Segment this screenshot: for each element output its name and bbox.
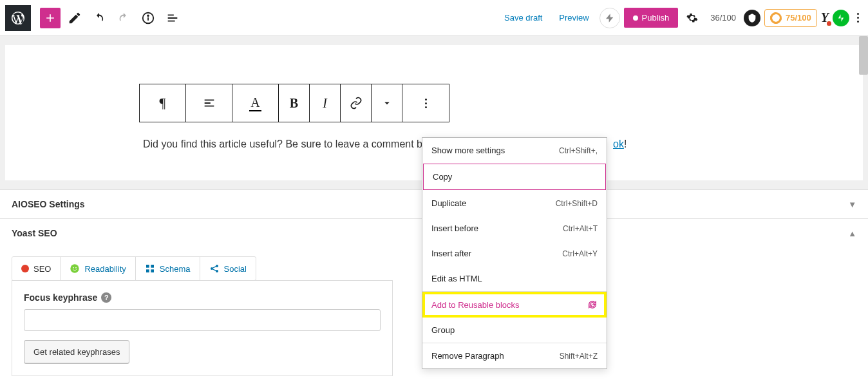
- wordpress-icon: [10, 10, 26, 26]
- related-keyphrases-button[interactable]: Get related keyphrases: [24, 340, 129, 364]
- align-button[interactable]: [186, 84, 232, 122]
- edit-mode-button[interactable]: [64, 8, 85, 28]
- menu-edit-html[interactable]: Edit as HTML: [422, 266, 607, 291]
- svg-rect-8: [146, 269, 149, 272]
- redo-button: [113, 8, 134, 28]
- text-color-button[interactable]: A: [232, 84, 279, 122]
- gear-icon: [685, 11, 699, 25]
- share-icon: [209, 263, 220, 274]
- tab-readability[interactable]: Readability: [61, 257, 135, 280]
- block-more-options-button[interactable]: [402, 84, 449, 122]
- svg-point-2: [147, 15, 149, 16]
- undo-button[interactable]: [89, 8, 109, 28]
- reusable-icon: [587, 299, 598, 310]
- more-rich-text-button[interactable]: [372, 84, 402, 122]
- grid-icon: [145, 263, 155, 274]
- focus-keyphrase-input[interactable]: [24, 309, 381, 331]
- link-icon: [350, 97, 363, 109]
- bold-button[interactable]: B: [279, 84, 310, 122]
- chevron-down-icon: [381, 97, 393, 109]
- chevron-down-icon: ▼: [848, 200, 856, 209]
- editor-top-bar: Save draft Preview Publish 36/100 75/100…: [0, 0, 868, 36]
- menu-add-reusable[interactable]: Add to Reusable blocks: [422, 292, 607, 318]
- paragraph-content[interactable]: Did you find this article useful? Be sur…: [143, 138, 449, 150]
- yoast-logo[interactable]: Y: [821, 10, 829, 25]
- chevron-up-icon: ▲: [848, 229, 856, 238]
- menu-group[interactable]: Group: [422, 318, 607, 343]
- redo-icon: [117, 11, 131, 25]
- seo-tab-content: Focus keyphrase ? Get related keyphrases: [12, 280, 393, 376]
- jetpack-icon: [836, 14, 845, 23]
- block-toolbar: ¶ A B I: [139, 84, 449, 122]
- info-icon: [141, 11, 155, 25]
- jetpack-logo[interactable]: [833, 10, 849, 26]
- settings-button[interactable]: [682, 8, 703, 28]
- pencil-icon: [68, 11, 82, 25]
- svg-point-3: [71, 264, 79, 272]
- yoast-score-badge[interactable]: 75/100: [764, 9, 817, 27]
- wordpress-logo[interactable]: [5, 5, 31, 31]
- yoast-tabs: SEO Readability Schema Social: [12, 256, 256, 281]
- undo-icon: [92, 11, 106, 25]
- svg-point-10: [211, 267, 213, 270]
- menu-show-more-settings[interactable]: Show more settingsCtrl+Shift+,: [422, 138, 607, 163]
- align-left-icon: [202, 96, 216, 110]
- outline-button[interactable]: [162, 8, 183, 28]
- link-button[interactable]: [341, 84, 372, 122]
- preview-button[interactable]: Preview: [552, 9, 595, 26]
- svg-point-12: [216, 270, 218, 272]
- aioseo-score-text: 36/100: [706, 13, 740, 23]
- add-block-button[interactable]: [40, 8, 61, 28]
- svg-rect-6: [146, 265, 149, 268]
- tab-schema[interactable]: Schema: [136, 257, 200, 280]
- bolt-icon: [605, 13, 615, 23]
- menu-remove-paragraph[interactable]: Remove ParagraphShift+Alt+Z: [422, 343, 607, 368]
- svg-point-5: [76, 267, 77, 269]
- save-draft-button[interactable]: Save draft: [498, 9, 549, 26]
- plus-icon: [44, 12, 57, 24]
- tab-seo[interactable]: SEO: [12, 257, 61, 280]
- tab-social[interactable]: Social: [200, 257, 256, 280]
- aioseo-logo-icon[interactable]: [744, 10, 760, 26]
- svg-point-11: [216, 265, 218, 267]
- info-button[interactable]: [138, 8, 158, 28]
- focus-keyphrase-label: Focus keyphrase: [24, 292, 97, 303]
- scrollbar[interactable]: [859, 36, 868, 75]
- status-dot-icon: [21, 265, 29, 272]
- italic-button[interactable]: I: [310, 84, 341, 122]
- paragraph-block-button[interactable]: ¶: [140, 84, 186, 122]
- menu-duplicate[interactable]: DuplicateCtrl+Shift+D: [422, 191, 607, 216]
- score-ring-icon: [770, 12, 782, 24]
- smiley-icon: [70, 263, 80, 274]
- publish-button[interactable]: Publish: [624, 8, 679, 28]
- svg-point-4: [73, 267, 75, 269]
- menu-insert-before[interactable]: Insert beforeCtrl+Alt+T: [422, 216, 607, 241]
- block-options-dropdown: Show more settingsCtrl+Shift+, Copy Dupl…: [422, 137, 607, 369]
- menu-copy[interactable]: Copy: [423, 164, 606, 190]
- help-icon[interactable]: ?: [101, 292, 111, 303]
- list-icon: [165, 11, 180, 25]
- svg-rect-9: [151, 269, 154, 272]
- menu-insert-after[interactable]: Insert afterCtrl+Alt+Y: [422, 241, 607, 266]
- more-options-button[interactable]: [853, 9, 863, 26]
- svg-rect-7: [151, 265, 154, 268]
- jetpack-status[interactable]: [599, 8, 620, 28]
- aioseo-icon: [747, 13, 757, 23]
